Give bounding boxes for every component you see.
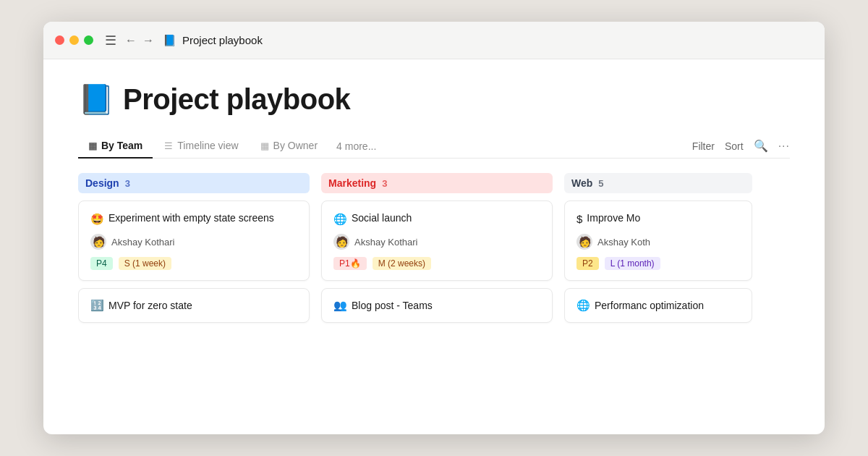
column-design-label: Design bbox=[85, 177, 119, 189]
tab-by-owner-icon: ▦ bbox=[260, 140, 269, 151]
column-marketing-count: 3 bbox=[382, 178, 387, 189]
maximize-button[interactable] bbox=[84, 35, 93, 45]
card-emoji: 🤩 bbox=[90, 211, 104, 227]
column-header-design: Design 3 bbox=[78, 173, 310, 193]
tab-timeline-label: Timeline view bbox=[177, 140, 238, 151]
search-icon[interactable]: 🔍 bbox=[754, 139, 768, 153]
tabs-left: ▦ By Team ☰ Timeline view ▦ By Owner 4 m… bbox=[78, 134, 692, 158]
tab-bar: ▦ By Team ☰ Timeline view ▦ By Owner 4 m… bbox=[78, 134, 790, 159]
column-header-web: Web 5 bbox=[564, 173, 752, 193]
badge-size: L (1 month) bbox=[605, 257, 660, 270]
app-window: ☰ ← → 📘 Project playbook 📘 Project playb… bbox=[43, 22, 825, 434]
card-title: 🤩 Experiment with empty state screens bbox=[90, 211, 297, 227]
card-assignee: 🧑 Akshay Kothari bbox=[90, 234, 297, 250]
board-column-design: Design 3 🤩 Experiment with empty state s… bbox=[78, 173, 310, 434]
assignee-name: Akshay Koth bbox=[597, 237, 650, 248]
card-badges: P2 L (1 month) bbox=[576, 257, 740, 270]
card-emoji: 🌐 bbox=[333, 211, 347, 227]
card-assignee: 🧑 Akshay Koth bbox=[576, 234, 740, 250]
page-title: Project playbook bbox=[123, 83, 350, 116]
card-title-text: Improve Mo bbox=[587, 211, 640, 226]
card-assignee: 🧑 Akshay Kothari bbox=[333, 234, 540, 250]
assignee-name: Akshay Kothari bbox=[111, 237, 174, 248]
boards-area: Design 3 🤩 Experiment with empty state s… bbox=[78, 159, 790, 434]
card-emoji: $ bbox=[576, 211, 582, 227]
card-partial-title: 🔢 MVP for zero state bbox=[90, 299, 297, 312]
hamburger-icon[interactable]: ☰ bbox=[105, 33, 116, 48]
titlebar-content: 📘 Project playbook bbox=[163, 34, 263, 47]
card-badges: P4 S (1 week) bbox=[90, 257, 297, 270]
column-design-count: 3 bbox=[125, 178, 130, 189]
tab-by-team-label: By Team bbox=[101, 140, 142, 151]
card-title: $ Improve Mo bbox=[576, 211, 740, 227]
card-partial-title: 👥 Blog post - Teams bbox=[333, 299, 540, 312]
card-mvp-zero-state[interactable]: 🔢 MVP for zero state bbox=[78, 288, 310, 323]
main-content: 📘 Project playbook ▦ By Team ☰ Timeline … bbox=[43, 59, 825, 434]
card-improve-mo[interactable]: $ Improve Mo 🧑 Akshay Koth P2 L (1 month… bbox=[564, 200, 752, 281]
forward-arrow-icon[interactable]: → bbox=[142, 34, 154, 47]
filter-button[interactable]: Filter bbox=[692, 140, 715, 152]
toolbar: Filter Sort 🔍 ··· bbox=[692, 139, 790, 153]
column-header-marketing: Marketing 3 bbox=[321, 173, 553, 193]
avatar: 🧑 bbox=[576, 234, 592, 250]
page-header: 📘 Project playbook bbox=[78, 83, 790, 117]
card-social-launch[interactable]: 🌐 Social launch 🧑 Akshay Kothari P1🔥 M (… bbox=[321, 200, 553, 281]
card-performance-optimization[interactable]: 🌐 Performanc optimization bbox=[564, 288, 752, 323]
card-partial-emoji: 🌐 bbox=[576, 299, 590, 312]
titlebar-title: Project playbook bbox=[182, 34, 263, 46]
column-web-count: 5 bbox=[598, 178, 603, 189]
badge-p4: P4 bbox=[90, 257, 113, 270]
assignee-name: Akshay Kothari bbox=[354, 237, 417, 248]
card-partial-emoji: 👥 bbox=[333, 299, 347, 312]
column-web-label: Web bbox=[571, 177, 592, 189]
badge-size: M (2 weeks) bbox=[373, 257, 431, 270]
board-column-web: Web 5 $ Improve Mo 🧑 Akshay Koth bbox=[564, 173, 752, 434]
card-title-text: Social launch bbox=[352, 211, 412, 226]
card-title: 🌐 Social launch bbox=[333, 211, 540, 227]
tab-by-owner-label: By Owner bbox=[273, 140, 318, 151]
tab-timeline[interactable]: ☰ Timeline view bbox=[154, 134, 248, 159]
card-partial-title: 🌐 Performanc optimization bbox=[576, 299, 740, 312]
card-partial-emoji: 🔢 bbox=[90, 299, 104, 312]
tab-by-owner[interactable]: ▦ By Owner bbox=[250, 134, 328, 159]
card-partial-title-text: Blog post - Teams bbox=[352, 300, 433, 311]
badge-p2: P2 bbox=[576, 257, 599, 270]
column-marketing-label: Marketing bbox=[328, 177, 376, 189]
close-button[interactable] bbox=[55, 35, 64, 45]
card-badges: P1🔥 M (2 weeks) bbox=[333, 257, 540, 270]
more-options-icon[interactable]: ··· bbox=[778, 140, 790, 153]
titlebar: ☰ ← → 📘 Project playbook bbox=[43, 22, 825, 59]
minimize-button[interactable] bbox=[69, 35, 79, 45]
nav-arrows: ← → bbox=[125, 34, 154, 47]
card-partial-title-text: MVP for zero state bbox=[109, 300, 192, 311]
traffic-lights bbox=[55, 35, 93, 45]
card-experiment-empty-state[interactable]: 🤩 Experiment with empty state screens 🧑 … bbox=[78, 200, 310, 281]
tab-by-team[interactable]: ▦ By Team bbox=[78, 134, 153, 159]
avatar: 🧑 bbox=[90, 234, 106, 250]
card-blog-post-teams[interactable]: 👥 Blog post - Teams bbox=[321, 288, 553, 323]
back-arrow-icon[interactable]: ← bbox=[125, 34, 137, 47]
card-title-text: Experiment with empty state screens bbox=[109, 211, 274, 226]
tab-timeline-icon: ☰ bbox=[164, 140, 173, 151]
titlebar-icon: 📘 bbox=[163, 34, 176, 47]
card-partial-title-text: Performanc optimization bbox=[595, 300, 704, 311]
tab-by-team-icon: ▦ bbox=[88, 140, 97, 151]
tabs-more[interactable]: 4 more... bbox=[329, 135, 383, 158]
badge-p1: P1🔥 bbox=[333, 257, 367, 270]
badge-size: S (1 week) bbox=[119, 257, 171, 270]
board-column-marketing: Marketing 3 🌐 Social launch 🧑 Akshay Kot… bbox=[321, 173, 553, 434]
page-icon: 📘 bbox=[78, 83, 114, 117]
avatar: 🧑 bbox=[333, 234, 349, 250]
sort-button[interactable]: Sort bbox=[725, 140, 744, 152]
